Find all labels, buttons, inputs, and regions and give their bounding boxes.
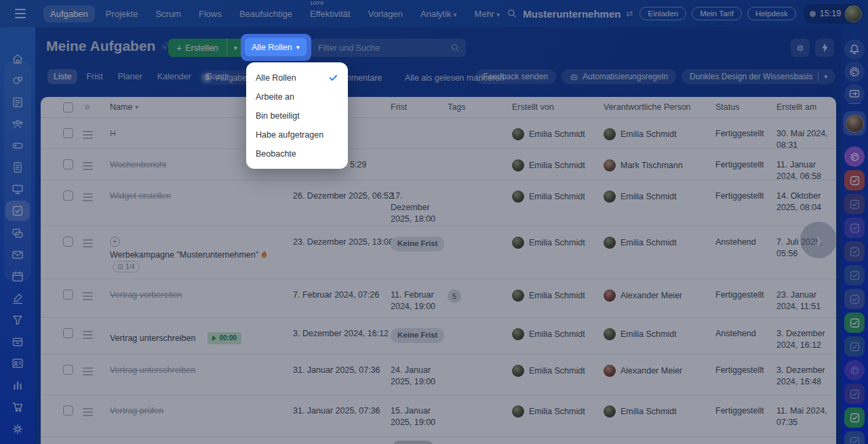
dropdown-item-habe-aufgetragen[interactable]: Habe aufgetragen — [246, 125, 348, 144]
role-dropdown-menu: Alle RollenArbeite anBin beteiligtHabe a… — [246, 62, 348, 169]
role-filter-button[interactable]: Alle Rollen▾ — [245, 38, 307, 56]
dropdown-item-beobachte[interactable]: Beobachte — [246, 144, 348, 163]
dropdown-item-alle-rollen[interactable]: Alle Rollen — [246, 68, 348, 87]
modal-overlay[interactable] — [0, 0, 868, 444]
dropdown-item-arbeite-an[interactable]: Arbeite an — [246, 87, 348, 106]
checkmark-icon — [328, 73, 338, 83]
chevron-down-icon: ▾ — [296, 43, 300, 51]
dropdown-item-bin-beteiligt[interactable]: Bin beteiligt — [246, 106, 348, 125]
app-window: AufgabenProjekteScrumFlowsBeaufsichtige1… — [0, 0, 868, 444]
